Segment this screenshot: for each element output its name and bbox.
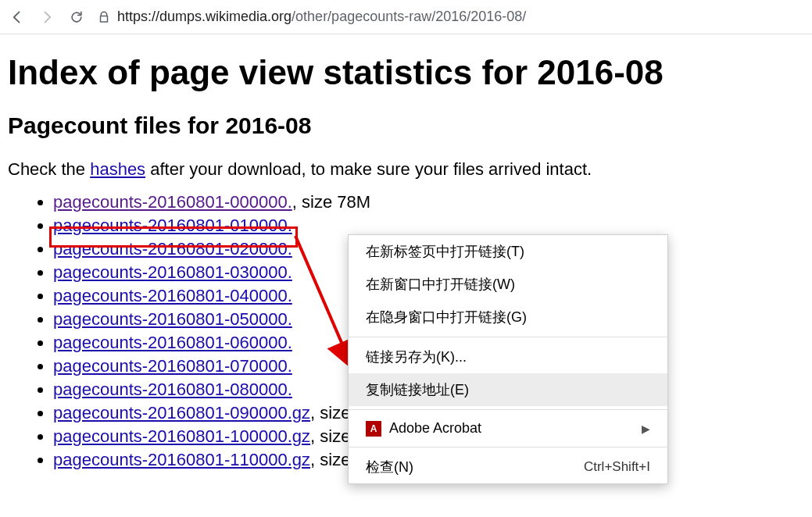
file-link[interactable]: pagecounts-20160801-040000. (53, 286, 292, 305)
file-link[interactable]: pagecounts-20160801-020000. (53, 239, 292, 258)
address-bar[interactable]: https://dumps.wikimedia.org/other/pageco… (97, 9, 804, 25)
cm-separator (349, 447, 667, 447)
cm-separator (349, 409, 667, 410)
forward-button[interactable] (38, 8, 56, 27)
file-link[interactable]: pagecounts-20160801-070000. (53, 356, 292, 376)
page-title: Index of page view statistics for 2016-0… (8, 53, 804, 92)
hashes-link[interactable]: hashes (90, 159, 145, 179)
cm-open-new-tab[interactable]: 在新标签页中打开链接(T) (349, 235, 667, 268)
file-link[interactable]: pagecounts-20160801-110000.gz (53, 450, 310, 469)
file-link[interactable]: pagecounts-20160801-050000. (53, 309, 292, 329)
reload-button[interactable] (67, 8, 86, 27)
chevron-right-icon: ▶ (642, 423, 650, 435)
cm-adobe-acrobat[interactable]: AAdobe Acrobat ▶ (349, 413, 667, 444)
file-link[interactable]: pagecounts-20160801-090000.gz (53, 403, 310, 423)
cm-open-new-window[interactable]: 在新窗口中打开链接(W) (349, 268, 667, 301)
arrow-left-icon (9, 9, 25, 25)
file-link[interactable]: pagecounts-20160801-100000.gz (53, 426, 310, 446)
file-link[interactable]: pagecounts-20160801-000000. (53, 192, 292, 212)
cm-separator (349, 337, 667, 337)
cm-save-link-as[interactable]: 链接另存为(K)... (349, 341, 667, 373)
file-link[interactable]: pagecounts-20160801-010000. (53, 216, 292, 235)
list-item: pagecounts-20160801-010000. (53, 216, 804, 236)
lock-icon (97, 10, 111, 24)
file-link[interactable]: pagecounts-20160801-030000. (53, 262, 292, 282)
arrow-right-icon (39, 9, 55, 25)
back-button[interactable] (8, 8, 27, 27)
context-menu: 在新标签页中打开链接(T) 在新窗口中打开链接(W) 在隐身窗口中打开链接(G)… (348, 234, 668, 484)
section-title: Pagecount files for 2016-08 (8, 112, 804, 139)
file-link[interactable]: pagecounts-20160801-080000. (53, 380, 292, 399)
cm-inspect[interactable]: 检查(N) Ctrl+Shift+I (349, 451, 667, 483)
cm-open-incognito[interactable]: 在隐身窗口中打开链接(G) (349, 301, 667, 333)
cm-shortcut: Ctrl+Shift+I (584, 459, 650, 475)
file-size: , size 78M (292, 192, 370, 212)
browser-toolbar: https://dumps.wikimedia.org/other/pageco… (0, 0, 812, 34)
intro-text: Check the hashes after your download, to… (8, 159, 804, 180)
list-item: pagecounts-20160801-000000., size 78M (53, 192, 804, 212)
url-text: https://dumps.wikimedia.org/other/pageco… (117, 9, 526, 25)
adobe-icon: A (366, 421, 381, 437)
cm-copy-link-address[interactable]: 复制链接地址(E) (349, 373, 667, 406)
file-link[interactable]: pagecounts-20160801-060000. (53, 333, 292, 352)
reload-icon (69, 9, 84, 25)
